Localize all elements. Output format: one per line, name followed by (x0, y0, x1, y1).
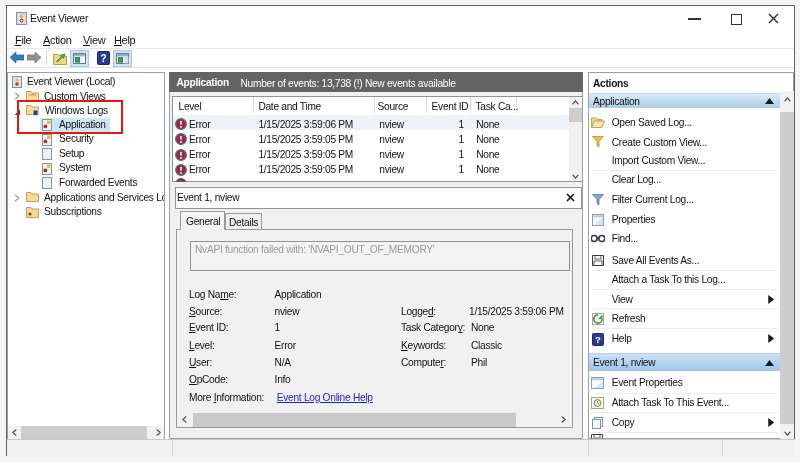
svg-text:?: ? (100, 53, 106, 64)
svg-text:?: ? (595, 334, 601, 345)
